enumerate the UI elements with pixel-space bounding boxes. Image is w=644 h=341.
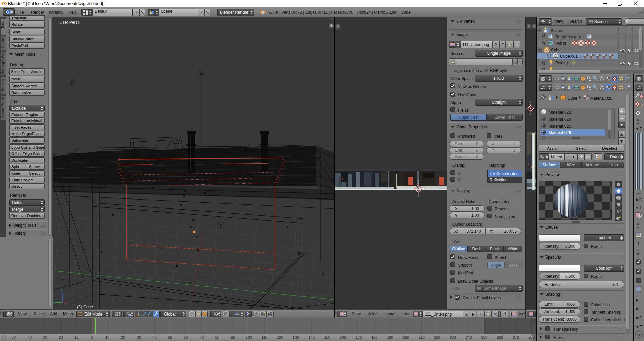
svg-text:i: i — [8, 10, 9, 14]
svg-text:z: z — [61, 289, 63, 293]
svg-text:x: x — [64, 302, 65, 305]
svg-text:Te: Te — [637, 332, 641, 336]
svg-text:L: L — [637, 287, 639, 291]
svg-text:C: C — [639, 197, 642, 202]
svg-text:I: I — [639, 307, 640, 311]
svg-text:P: P — [640, 127, 642, 131]
svg-text:I: I — [638, 241, 639, 246]
svg-text:I: I — [639, 298, 640, 303]
svg-text:I: I — [640, 205, 641, 210]
svg-text:C: C — [639, 316, 642, 320]
svg-text:y: y — [53, 301, 54, 304]
svg-text:T: T — [640, 325, 642, 329]
